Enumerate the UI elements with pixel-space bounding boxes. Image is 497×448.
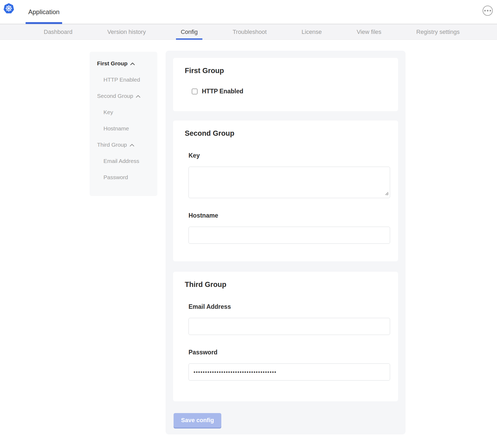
group-title: First Group — [185, 66, 386, 75]
field-label: Email Address — [189, 303, 386, 310]
chevron-up-icon — [130, 143, 134, 147]
email-address-input[interactable] — [189, 318, 390, 335]
app-title: Application — [28, 8, 59, 16]
sidebar-item-label: HTTP Enabled — [103, 76, 140, 83]
sidebar-item-hostname[interactable]: Hostname — [97, 125, 157, 132]
group-title: Third Group — [185, 280, 386, 289]
email-address-field: Email Address — [185, 303, 386, 335]
config-group-third: Third Group Email Address Password — [173, 272, 398, 401]
tab-dashboard[interactable]: Dashboard — [39, 24, 77, 39]
hostname-field: Hostname — [185, 212, 386, 244]
group-title: Second Group — [185, 129, 386, 138]
sidebar-item-key[interactable]: Key — [97, 109, 157, 116]
sidebar-item-label: First Group — [97, 60, 127, 67]
kubernetes-logo — [3, 3, 14, 14]
sidebar-item-label: Key — [103, 109, 113, 116]
config-group-first: First Group HTTP Enabled — [173, 58, 398, 111]
config-group-second: Second Group Key Hostname — [173, 121, 398, 261]
field-label: Key — [189, 152, 386, 159]
tab-troubleshoot[interactable]: Troubleshoot — [228, 24, 271, 39]
tab-license[interactable]: License — [297, 24, 327, 39]
checkbox-label: HTTP Enabled — [202, 88, 243, 95]
config-panel: First Group HTTP Enabled Second Group Ke… — [166, 51, 406, 434]
hostname-input[interactable] — [189, 227, 390, 244]
sidebar-item-label: Second Group — [97, 92, 133, 100]
sidebar-item-label: Hostname — [103, 125, 129, 132]
tab-config[interactable]: Config — [176, 24, 203, 39]
chevron-up-icon — [136, 95, 141, 98]
app-subnav: Dashboard Version history Config Trouble… — [0, 24, 497, 40]
sidebar-item-email-address[interactable]: Email Address — [97, 157, 157, 165]
chevron-up-icon — [130, 62, 135, 65]
password-input[interactable] — [189, 363, 390, 381]
config-page: First Group HTTP Enabled Second Group Ke… — [0, 40, 497, 447]
more-options-button[interactable] — [483, 6, 493, 16]
ellipsis-icon — [487, 10, 488, 11]
ellipsis-icon — [484, 10, 486, 11]
save-config-button[interactable]: Save config — [174, 413, 221, 427]
app-header: Application — [0, 0, 497, 24]
sidebar-item-second-group[interactable]: Second Group — [97, 92, 157, 100]
http-enabled-field[interactable]: HTTP Enabled — [185, 88, 386, 95]
sidebar-item-label: Password — [103, 174, 128, 181]
password-field: Password — [185, 349, 386, 381]
sidebar-item-label: Third Group — [97, 141, 127, 149]
key-textarea[interactable] — [189, 167, 390, 198]
sidebar-item-first-group[interactable]: First Group — [97, 60, 157, 67]
tab-version-history[interactable]: Version history — [103, 24, 151, 39]
sidebar-item-http-enabled[interactable]: HTTP Enabled — [97, 76, 157, 83]
field-label: Hostname — [189, 212, 386, 219]
tab-application[interactable]: Application — [26, 0, 62, 24]
http-enabled-checkbox[interactable] — [192, 89, 198, 94]
tab-registry-settings[interactable]: Registry settings — [411, 24, 464, 39]
config-sidebar: First Group HTTP Enabled Second Group Ke… — [90, 52, 157, 196]
sidebar-item-password[interactable]: Password — [97, 174, 157, 181]
key-field: Key — [185, 152, 386, 198]
sidebar-item-third-group[interactable]: Third Group — [97, 141, 157, 149]
field-label: Password — [189, 349, 386, 356]
ellipsis-icon — [490, 10, 491, 11]
sidebar-item-label: Email Address — [103, 157, 139, 165]
tab-view-files[interactable]: View files — [352, 24, 386, 39]
